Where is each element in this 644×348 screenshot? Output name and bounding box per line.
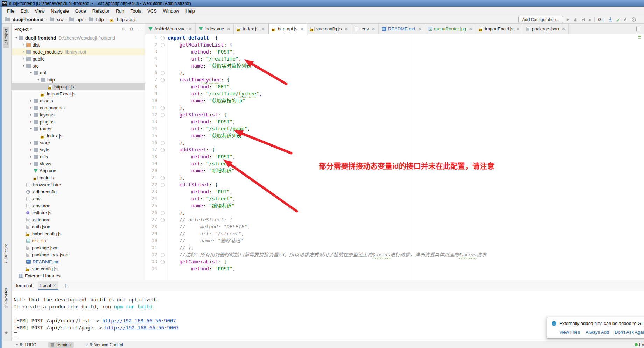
tree-item-views[interactable]: ▸views bbox=[12, 160, 145, 167]
status-item-9-version-control[interactable]: ⑂9: Version Control bbox=[84, 342, 125, 348]
menu-item-window[interactable]: Window bbox=[160, 7, 182, 15]
tree-item-http-api-js[interactable]: http-api.js bbox=[12, 83, 145, 90]
history-clock-icon[interactable] bbox=[632, 17, 636, 22]
tree-item-public[interactable]: ▸public bbox=[12, 55, 145, 62]
tree-item-index-js[interactable]: index.js bbox=[12, 132, 145, 139]
tree-item-http[interactable]: ▾http bbox=[12, 76, 145, 83]
tab-vue-config-js[interactable]: vue.config.js✕ bbox=[307, 24, 351, 34]
tab-readme-md[interactable]: README.md✕ bbox=[379, 24, 425, 34]
tree-item-external-libraries[interactable]: External Libraries bbox=[12, 272, 145, 279]
chevron-right-icon[interactable]: ▸ bbox=[28, 106, 34, 109]
git-update-icon[interactable] bbox=[608, 17, 612, 22]
hide-panel-icon[interactable]: — bbox=[138, 27, 142, 31]
status-item-6-todo[interactable]: ≡6: TODO bbox=[14, 342, 38, 348]
new-terminal-session-icon[interactable]: ＋ bbox=[63, 282, 68, 289]
tree-item-gitignore[interactable]: .gitignore bbox=[12, 216, 145, 223]
tree-item-babel-config-js[interactable]: babel.config.js bbox=[12, 230, 145, 237]
chevron-down-icon[interactable]: ▾ bbox=[36, 78, 41, 81]
chevron-down-icon[interactable]: ▾ bbox=[21, 64, 26, 68]
fold-collapse-icon[interactable] bbox=[161, 43, 165, 47]
tree-item-main-js[interactable]: main.js bbox=[12, 174, 145, 181]
fold-collapse-icon[interactable] bbox=[161, 260, 165, 264]
tree-item-router[interactable]: ▾router bbox=[12, 125, 145, 132]
menu-item-view[interactable]: View bbox=[31, 7, 48, 15]
add-configuration-button[interactable]: Add Configuration... bbox=[518, 16, 563, 23]
close-icon[interactable]: ✕ bbox=[227, 27, 230, 31]
chevron-down-icon[interactable]: ▾ bbox=[28, 71, 34, 74]
tree-item-style[interactable]: ▸style bbox=[12, 146, 145, 153]
status-item-terminal[interactable]: ▦Terminal bbox=[48, 342, 74, 348]
breadcrumb-item-http-api-js[interactable]: http-api.js bbox=[109, 16, 137, 22]
notification-link-don-t-ask-agai[interactable]: Don't Ask Agai bbox=[615, 329, 644, 335]
tree-item-components[interactable]: ▸components bbox=[12, 104, 145, 111]
fold-collapse-icon[interactable] bbox=[161, 113, 165, 117]
fold-end-icon[interactable] bbox=[161, 176, 165, 180]
tab-http-api-js[interactable]: http-api.js✕ bbox=[268, 24, 307, 34]
debug-icon[interactable] bbox=[573, 17, 578, 22]
chevron-down-icon[interactable]: ▾ bbox=[14, 36, 19, 40]
tree-item-duoji-frontend[interactable]: ▾duoji-frontendD:\zheheWeb\duoji-fronten… bbox=[12, 34, 145, 41]
breadcrumb-item-api[interactable]: api bbox=[69, 16, 83, 22]
run-icon[interactable]: ▶ bbox=[567, 17, 569, 22]
gear-icon[interactable]: ⚙ bbox=[130, 27, 133, 31]
chevron-right-icon[interactable]: ▸ bbox=[28, 141, 34, 144]
fold-end-icon[interactable] bbox=[161, 106, 165, 110]
coverage-icon[interactable] bbox=[581, 17, 585, 22]
menu-item-navigate[interactable]: Navigate bbox=[48, 7, 72, 15]
tab-index-js[interactable]: index.js✕ bbox=[234, 24, 268, 34]
chevron-right-icon[interactable]: ▸ bbox=[28, 148, 34, 151]
chevron-right-icon[interactable]: ▸ bbox=[21, 50, 26, 54]
code-editor[interactable]: export default { getRealTimeList: { meth… bbox=[145, 34, 644, 280]
tab-env[interactable]: .env✕ bbox=[351, 24, 379, 34]
menu-item-edit[interactable]: Edit bbox=[18, 7, 31, 15]
tree-item-readme-md[interactable]: README.md bbox=[12, 258, 145, 265]
fold-end-icon[interactable] bbox=[161, 141, 165, 145]
chevron-right-icon[interactable]: ▸ bbox=[28, 99, 34, 102]
tree-item-node-modules[interactable]: ▸node_moduleslibrary root bbox=[12, 48, 145, 55]
chevron-right-icon[interactable]: ▸ bbox=[21, 43, 26, 47]
favorites-star-icon[interactable]: ★ bbox=[4, 330, 8, 335]
menu-item-code[interactable]: Code bbox=[72, 7, 89, 15]
close-icon[interactable]: ✕ bbox=[189, 27, 192, 31]
tab-package-json[interactable]: package.json✕ bbox=[523, 24, 569, 34]
git-commit-icon[interactable] bbox=[616, 17, 620, 22]
chevron-right-icon[interactable]: ▸ bbox=[28, 113, 34, 116]
fold-collapse-icon[interactable] bbox=[161, 36, 165, 40]
tree-item-importexcel-js[interactable]: importExcel.js bbox=[12, 90, 145, 97]
close-icon[interactable]: ✕ bbox=[418, 27, 421, 31]
fold-end-icon[interactable] bbox=[161, 211, 165, 215]
breadcrumb-item-http[interactable]: http bbox=[88, 16, 105, 22]
tree-item-editorconfig[interactable]: .editorconfig bbox=[12, 188, 145, 195]
fold-collapse-icon[interactable] bbox=[161, 183, 165, 187]
chevron-right-icon[interactable]: ▸ bbox=[28, 120, 34, 123]
tab-index-vue[interactable]: index.vue✕ bbox=[196, 24, 234, 34]
menu-item-refactor[interactable]: Refactor bbox=[89, 7, 113, 15]
tool-window-tab-project[interactable]: 1: Project bbox=[3, 27, 9, 48]
fold-end-icon[interactable] bbox=[161, 71, 165, 75]
tree-item-package-json[interactable]: package.json bbox=[12, 244, 145, 251]
tree-item-dist-zip[interactable]: dist.zip bbox=[12, 237, 145, 244]
locate-file-icon[interactable]: ⊕ bbox=[122, 27, 125, 31]
tree-item-src[interactable]: ▾src bbox=[12, 62, 145, 69]
tree-item-env-prod[interactable]: .env.prod bbox=[12, 202, 145, 209]
terminal-link[interactable]: http://192.168.66.56:9007 bbox=[105, 325, 179, 331]
tree-item-utils[interactable]: ▸utils bbox=[12, 153, 145, 160]
fold-collapse-icon[interactable] bbox=[161, 78, 165, 82]
tree-item-store[interactable]: ▸store bbox=[12, 139, 145, 146]
git-rollback-icon[interactable] bbox=[624, 17, 628, 22]
close-icon[interactable]: ✕ bbox=[344, 27, 348, 31]
tool-window-tab-structure[interactable]: 7: Structure bbox=[3, 241, 9, 266]
close-icon[interactable]: ✕ bbox=[469, 27, 472, 31]
menu-item-help[interactable]: Help bbox=[182, 7, 198, 15]
tab-importexcel-js[interactable]: importExcel.js✕ bbox=[476, 24, 523, 34]
tree-item-env[interactable]: .env bbox=[12, 195, 145, 202]
close-icon[interactable]: ✕ bbox=[562, 27, 565, 31]
tree-item-browserslistrc[interactable]: .browserslistrc bbox=[12, 181, 145, 188]
tree-item-vue-config-js[interactable]: vue.config.js bbox=[12, 265, 145, 272]
close-icon[interactable]: ✕ bbox=[261, 27, 265, 31]
fold-collapse-icon[interactable] bbox=[161, 148, 165, 152]
notification-link-view-files[interactable]: View Files bbox=[559, 329, 580, 335]
tree-item-package-lock-json[interactable]: package-lock.json bbox=[12, 251, 145, 258]
tree-item-plugins[interactable]: ▸plugins bbox=[12, 118, 145, 125]
terminal-link[interactable]: http://192.168.66.56:9007 bbox=[102, 318, 176, 324]
